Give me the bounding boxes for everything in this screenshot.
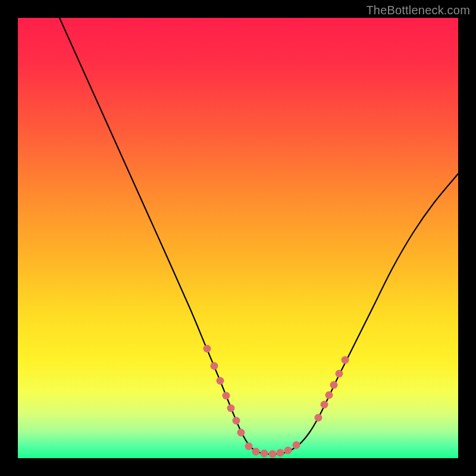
marker-dot <box>336 370 343 378</box>
marker-dot <box>237 429 245 437</box>
marker-dot <box>325 392 333 399</box>
marker-dot <box>227 405 235 412</box>
marker-dot <box>211 362 218 370</box>
marker-dot <box>245 443 253 450</box>
watermark-text: TheBottleneck.com <box>366 4 470 17</box>
marker-dot <box>269 450 277 458</box>
marker-dot <box>342 356 349 364</box>
marker-dot <box>223 392 230 400</box>
marker-dot <box>233 417 240 425</box>
marker-dot <box>217 377 224 385</box>
curve-path <box>60 18 458 454</box>
marker-dot <box>203 345 211 353</box>
marker-dot <box>252 448 260 456</box>
marker-dot <box>277 449 284 457</box>
marker-dot <box>321 401 328 409</box>
stage: TheBottleneck.com <box>0 0 476 476</box>
marker-dot <box>330 381 338 389</box>
marker-dot <box>315 414 322 422</box>
plot-area <box>18 18 458 458</box>
marker-dot <box>293 441 300 449</box>
marker-dot <box>284 447 292 455</box>
chart-curve <box>18 18 458 458</box>
marker-dot <box>261 450 268 458</box>
